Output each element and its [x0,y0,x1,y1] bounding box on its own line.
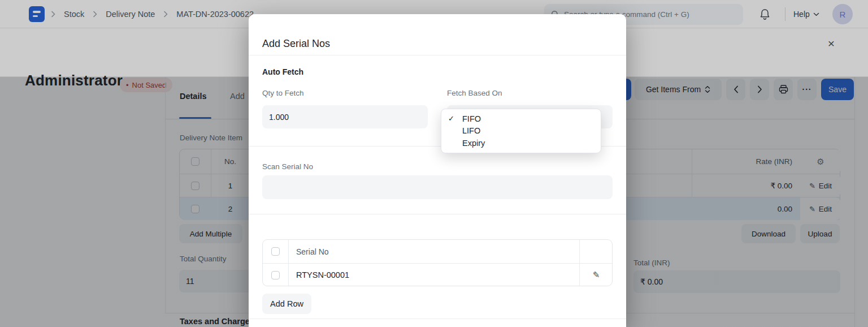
serial-row-1-value: RTYSN-00001 [288,264,579,286]
fetch-based-on-dropdown: ✓ FIFO LIFO Expiry [441,109,601,153]
serial-no-grid: Serial No RTYSN-00001 ✎ [262,239,613,286]
modal-section-divider-2 [249,214,626,214]
dropdown-option-fifo[interactable]: ✓ FIFO [441,113,601,125]
serial-grid-header: Serial No [263,240,612,263]
serial-row-1: RTYSN-00001 ✎ [263,263,612,286]
dropdown-option-lifo[interactable]: LIFO [441,125,601,137]
option-label: FIFO [462,114,481,123]
option-label: LIFO [462,126,480,135]
scan-serial-no-label: Scan Serial No [262,162,313,171]
qty-to-fetch-label: Qty to Fetch [262,89,304,97]
add-serial-nos-modal: Add Serial Nos × Auto Fetch Qty to Fetch… [249,14,626,327]
serial-no-column-header: Serial No [288,240,579,263]
option-label: Expiry [462,139,485,148]
add-row-label: Add Row [270,299,303,308]
scan-serial-no-field[interactable] [262,175,613,199]
modal-header-divider [249,55,626,55]
close-icon[interactable]: × [822,35,840,53]
app-root: Stock Delivery Note MAT-DN-2023-00622 He… [0,0,868,327]
check-icon: ✓ [448,114,454,123]
modal-title: Add Serial Nos [262,38,330,50]
serial-row-1-checkbox[interactable] [271,271,280,279]
serial-select-all-checkbox[interactable] [271,247,280,256]
dropdown-option-expiry[interactable]: Expiry [441,137,601,149]
qty-to-fetch-field[interactable] [262,105,428,128]
add-row-button[interactable]: Add Row [262,294,311,314]
fetch-based-on-label: Fetch Based On [447,89,502,97]
modal-footer-divider [249,319,626,319]
serial-row-1-edit-pencil-icon[interactable]: ✎ [593,270,600,280]
auto-fetch-heading: Auto Fetch [262,67,303,76]
